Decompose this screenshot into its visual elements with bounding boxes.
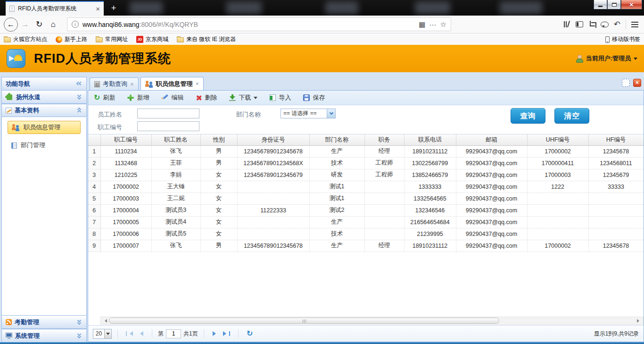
scrollbar-thumb[interactable] <box>109 318 499 324</box>
chevron-double-down-icon[interactable] <box>77 94 83 100</box>
library-icon[interactable] <box>563 21 570 28</box>
table-row[interactable]: 31210225李娟女123456789012345679研发工程师138524… <box>88 169 644 181</box>
panel-close-button[interactable]: × <box>633 79 641 87</box>
column-header[interactable]: 身份证号 <box>237 134 309 145</box>
tab-close-icon[interactable]: × <box>96 5 100 12</box>
browser-tab[interactable]: RFID人员考勤管理系统 × <box>6 1 104 16</box>
menu-icon[interactable] <box>631 22 638 27</box>
back-button[interactable]: ← <box>4 17 18 32</box>
bookmark-item[interactable]: JD京东商城 <box>136 35 168 43</box>
edit-button[interactable]: 编辑 <box>161 93 183 102</box>
new-tab-button[interactable]: + <box>107 2 120 14</box>
column-header[interactable]: 职工姓名 <box>151 134 200 145</box>
collapse-sidebar-icon[interactable] <box>77 81 83 87</box>
bookmark-label: 火狐官方站点 <box>13 35 47 43</box>
page-actions-icon[interactable]: ··· <box>429 20 437 28</box>
bookmark-item[interactable]: 新手上路 <box>56 35 87 43</box>
reload-button[interactable]: ↻ <box>32 17 46 32</box>
site-info-icon[interactable]: i <box>72 21 79 28</box>
page-size-select[interactable]: 20 <box>93 329 112 339</box>
table-row[interactable]: 617000004测试员3女11222333测试2132346546992904… <box>88 204 644 216</box>
sidebar-panel-yangzhou[interactable]: 扬州永道 <box>2 91 86 104</box>
table-row[interactable]: 717000005测试员4女生产21656465468499290437@qq.… <box>88 216 644 228</box>
table-cell: 生产 <box>309 240 364 252</box>
download-button[interactable]: 下载 <box>229 93 257 102</box>
current-user-menu[interactable]: 当前用户:管理员 <box>576 54 637 63</box>
bookmark-item-mobile[interactable]: 移动版书签 <box>605 35 640 43</box>
reload-grid-button[interactable]: ↻ <box>244 328 256 339</box>
chat-icon[interactable] <box>601 22 609 27</box>
table-row[interactable]: 917000007张飞男123456789012345678生产经理189102… <box>88 240 644 252</box>
import-button[interactable]: 导入 <box>270 93 291 102</box>
column-header[interactable]: 部门名称 <box>309 134 364 145</box>
column-header[interactable]: 邮箱 <box>456 134 527 145</box>
tab-close-icon[interactable]: × <box>130 81 134 88</box>
qr-code-icon[interactable]: ▦ <box>419 20 425 29</box>
add-button[interactable]: 新增 <box>127 93 149 102</box>
chevron-double-up-icon[interactable] <box>77 108 83 113</box>
select-dropdown-button[interactable] <box>327 109 335 118</box>
scroll-left-button[interactable] <box>101 317 109 324</box>
table-cell: 17000002 <box>100 181 151 193</box>
table-row[interactable]: 417000002王大锤女测试1133333399290437@qq.com12… <box>88 181 644 193</box>
horizontal-scrollbar[interactable] <box>100 317 644 325</box>
department-select[interactable]: == 请选择 == <box>281 109 336 118</box>
table-cell: 张飞 <box>151 145 200 157</box>
sidebar-item-department[interactable]: 部门管理 <box>8 139 81 152</box>
table-row[interactable]: 817000006测试员5女技术2123999599290437@qq.com <box>88 228 644 240</box>
clear-button[interactable]: 清空 <box>554 108 589 124</box>
table-row[interactable]: 21132468王菲男12345678901234568X技术工程师130225… <box>88 157 644 169</box>
home-button[interactable]: ⌂ <box>46 17 60 32</box>
employee-name-input[interactable] <box>137 109 199 118</box>
column-header[interactable]: 性别 <box>200 134 237 145</box>
url-text[interactable]: www.hanqi86.wang:8006/#!/Kq/KQRYB <box>83 21 415 28</box>
table-row[interactable]: 517000003王二妮女测试1133256456599290437@qq.co… <box>88 193 644 204</box>
browser-titlebar: RFID人员考勤管理系统 × + × <box>0 0 644 16</box>
sidebar-item-employee-info[interactable]: 职员信息管理 <box>8 121 81 134</box>
column-header[interactable]: HF编号 <box>588 134 644 145</box>
minimize-button[interactable] <box>594 0 607 9</box>
select-dropdown-button[interactable] <box>104 329 111 338</box>
first-page-button[interactable] <box>124 328 135 339</box>
next-page-button[interactable] <box>210 328 221 339</box>
bookmark-label: 常用网址 <box>105 35 128 43</box>
table-row[interactable]: 11110234张飞男123456789012345678生产经理1891023… <box>88 145 644 157</box>
query-button[interactable]: 查询 <box>511 108 545 124</box>
employee-code-input[interactable] <box>137 121 199 131</box>
tab-attendance-query[interactable]: 考勤查询 × <box>90 77 139 90</box>
forward-button[interactable]: → <box>18 17 32 32</box>
bookmark-item[interactable]: 常用网址 <box>96 35 128 43</box>
tab-close-icon[interactable]: × <box>196 80 199 87</box>
page-number-input[interactable] <box>166 329 181 338</box>
tab-employee-info[interactable]: 职员信息管理 × <box>140 77 204 90</box>
chevron-double-down-icon[interactable] <box>77 319 83 325</box>
column-header[interactable]: 职务 <box>364 134 404 145</box>
tab-label: 考勤查询 <box>103 80 127 88</box>
bookmark-item[interactable]: 火狐官方站点 <box>4 35 47 43</box>
save-button[interactable]: 保存 <box>303 93 325 102</box>
chevron-double-down-icon[interactable] <box>77 333 83 339</box>
maximize-button[interactable] <box>607 0 621 9</box>
sidebar-panel-basic-info[interactable]: 基本资料 <box>2 104 86 117</box>
column-header[interactable]: 职工编号 <box>100 134 151 145</box>
fullscreen-button[interactable] <box>622 79 630 87</box>
bookmark-star-icon[interactable]: ☆ <box>440 20 446 29</box>
screenshot-icon[interactable] <box>588 21 595 28</box>
sidebar-panel-attendance[interactable]: 考勤管理 <box>2 316 86 329</box>
delete-button[interactable]: 删除 <box>196 93 217 102</box>
undo-icon[interactable]: ↶ <box>614 20 620 28</box>
column-header[interactable]: 联系电话 <box>404 134 456 145</box>
sidebar-toggle-icon[interactable] <box>576 21 583 27</box>
last-page-button[interactable] <box>221 328 232 339</box>
scroll-right-button[interactable] <box>635 317 643 324</box>
table-cell: 99290437@qq.com <box>456 181 527 193</box>
table-cell <box>364 204 404 216</box>
column-header[interactable]: UHF编号 <box>527 134 588 145</box>
row-number-cell: 4 <box>88 181 100 193</box>
prev-page-button[interactable] <box>135 328 146 339</box>
sidebar-panel-system[interactable]: 系统管理 <box>2 329 86 342</box>
refresh-button[interactable]: ↻刷新 <box>94 93 115 102</box>
close-button[interactable]: × <box>621 0 642 9</box>
url-bar[interactable]: i www.hanqi86.wang:8006/#!/Kq/KQRYB ▦ ··… <box>67 17 451 31</box>
bookmark-item[interactable]: 来自 微软 IE 浏览器 <box>177 35 236 43</box>
